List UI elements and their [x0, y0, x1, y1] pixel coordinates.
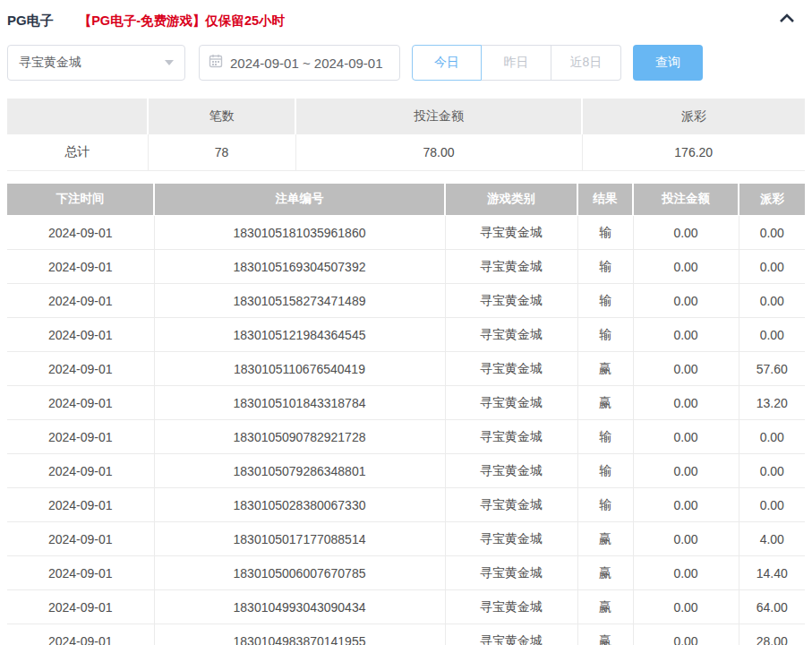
chevron-up-icon [778, 13, 796, 29]
retention-notice: 【PG电子-免费游戏】仅保留25小时 [79, 13, 285, 30]
table-cell: 2024-09-01 [7, 420, 154, 454]
summary-col-bet-amount: 投注金额 [295, 99, 582, 134]
table-cell: 0.00 [633, 318, 739, 352]
records-col-order-id: 注单编号 [154, 184, 445, 216]
table-row: 2024-09-011830105028380067330寻宝黄金城输0.000… [7, 488, 805, 522]
table-cell: 0.00 [739, 488, 805, 522]
summary-header-row: 笔数 投注金额 派彩 [7, 99, 805, 134]
chevron-down-icon [165, 60, 174, 65]
table-cell: 0.00 [739, 454, 805, 488]
records-col-bet-amount: 投注金额 [633, 184, 739, 216]
table-cell: 寻宝黄金城 [445, 250, 577, 284]
table-cell: 0.00 [633, 386, 739, 420]
collapse-button[interactable] [778, 13, 796, 29]
query-button[interactable]: 查询 [633, 45, 703, 81]
table-row: 2024-09-011830105101843318784寻宝黄金城赢0.001… [7, 386, 805, 420]
yesterday-button[interactable]: 昨日 [482, 45, 551, 81]
summary-total-payout: 176.20 [582, 134, 805, 170]
records-table-section: 下注时间 注单编号 游戏类别 结果 投注金额 派彩 2024-09-011830… [7, 184, 805, 645]
table-cell: 1830105181035961860 [154, 216, 445, 250]
table-cell: 2024-09-01 [7, 590, 154, 624]
table-cell: 0.00 [633, 624, 739, 645]
table-cell: 输 [577, 454, 633, 488]
table-cell: 2024-09-01 [7, 250, 154, 284]
table-cell: 2024-09-01 [7, 488, 154, 522]
table-cell: 0.00 [739, 250, 805, 284]
table-cell: 2024-09-01 [7, 556, 154, 590]
table-row: 2024-09-011830105158273471489寻宝黄金城输0.000… [7, 284, 805, 318]
table-cell: 寻宝黄金城 [445, 624, 577, 645]
page-title: PG电子 [7, 13, 54, 30]
records-col-result: 结果 [577, 184, 633, 216]
table-cell: 寻宝黄金城 [445, 590, 577, 624]
table-cell: 1830105169304507392 [154, 250, 445, 284]
last-8-days-button[interactable]: 近8日 [551, 45, 621, 81]
today-button[interactable]: 今日 [412, 45, 482, 81]
table-cell: 寻宝黄金城 [445, 454, 577, 488]
table-cell: 0.00 [739, 284, 805, 318]
table-cell: 0.00 [739, 318, 805, 352]
table-cell: 寻宝黄金城 [445, 556, 577, 590]
table-cell: 2024-09-01 [7, 624, 154, 645]
table-cell: 0.00 [633, 352, 739, 386]
table-row: 2024-09-011830105079286348801寻宝黄金城输0.000… [7, 454, 805, 488]
table-row: 2024-09-011830105090782921728寻宝黄金城输0.000… [7, 420, 805, 454]
summary-col-count: 笔数 [148, 99, 295, 134]
table-cell: 0.00 [633, 250, 739, 284]
table-cell: 寻宝黄金城 [445, 488, 577, 522]
date-range-value: 2024-09-01 ~ 2024-09-01 [230, 56, 383, 71]
table-cell: 输 [577, 420, 633, 454]
game-select-value: 寻宝黄金城 [19, 55, 165, 71]
table-cell: 1830105158273471489 [154, 284, 445, 318]
records-header-row: 下注时间 注单编号 游戏类别 结果 投注金额 派彩 [7, 184, 805, 216]
table-cell: 寻宝黄金城 [445, 352, 577, 386]
summary-total-bet-amount: 78.00 [295, 134, 582, 170]
table-row: 2024-09-011830105110676540419寻宝黄金城赢0.005… [7, 352, 805, 386]
table-cell: 1830105028380067330 [154, 488, 445, 522]
table-row: 2024-09-011830105121984364545寻宝黄金城输0.000… [7, 318, 805, 352]
calendar-icon [209, 54, 223, 72]
records-col-bet-time: 下注时间 [7, 184, 154, 216]
table-cell: 0.00 [633, 590, 739, 624]
table-cell: 输 [577, 318, 633, 352]
game-select[interactable]: 寻宝黄金城 [7, 45, 185, 81]
table-cell: 2024-09-01 [7, 318, 154, 352]
table-cell: 1830105017177088514 [154, 522, 445, 556]
table-cell: 13.20 [739, 386, 805, 420]
table-row: 2024-09-011830105006007670785寻宝黄金城赢0.001… [7, 556, 805, 590]
table-cell: 2024-09-01 [7, 216, 154, 250]
table-cell: 寻宝黄金城 [445, 386, 577, 420]
quick-range-button-group: 今日 昨日 近8日 [412, 45, 621, 81]
records-body: 2024-09-011830105181035961860寻宝黄金城输0.000… [7, 216, 805, 645]
table-cell: 28.00 [739, 624, 805, 645]
table-cell: 0.00 [739, 216, 805, 250]
summary-table: 笔数 投注金额 派彩 总计 78 78.00 176.20 [7, 99, 805, 171]
table-cell: 14.40 [739, 556, 805, 590]
date-range-picker[interactable]: 2024-09-01 ~ 2024-09-01 [199, 45, 400, 81]
table-cell: 2024-09-01 [7, 386, 154, 420]
table-cell: 1830105079286348801 [154, 454, 445, 488]
table-cell: 0.00 [633, 556, 739, 590]
pg-records-panel: PG电子 【PG电子-免费游戏】仅保留25小时 寻宝黄金城 [0, 0, 812, 645]
table-cell: 2024-09-01 [7, 284, 154, 318]
summary-total-row: 总计 78 78.00 176.20 [7, 134, 805, 170]
table-cell: 输 [577, 216, 633, 250]
summary-total-count: 78 [148, 134, 295, 170]
table-row: 2024-09-011830105017177088514寻宝黄金城赢0.004… [7, 522, 805, 556]
summary-col-blank [7, 99, 148, 134]
summary-table-section: 笔数 投注金额 派彩 总计 78 78.00 176.20 [7, 99, 805, 171]
table-cell: 2024-09-01 [7, 522, 154, 556]
table-cell: 赢 [577, 590, 633, 624]
table-row: 2024-09-011830105181035961860寻宝黄金城输0.000… [7, 216, 805, 250]
table-cell: 寻宝黄金城 [445, 522, 577, 556]
records-col-game-type: 游戏类别 [445, 184, 577, 216]
table-cell: 寻宝黄金城 [445, 318, 577, 352]
table-cell: 赢 [577, 556, 633, 590]
table-cell: 0.00 [633, 488, 739, 522]
summary-total-label: 总计 [7, 134, 148, 170]
table-cell: 57.60 [739, 352, 805, 386]
panel-header: PG电子 【PG电子-免费游戏】仅保留25小时 [7, 9, 805, 32]
table-cell: 64.00 [739, 590, 805, 624]
table-cell: 赢 [577, 386, 633, 420]
table-cell: 输 [577, 250, 633, 284]
